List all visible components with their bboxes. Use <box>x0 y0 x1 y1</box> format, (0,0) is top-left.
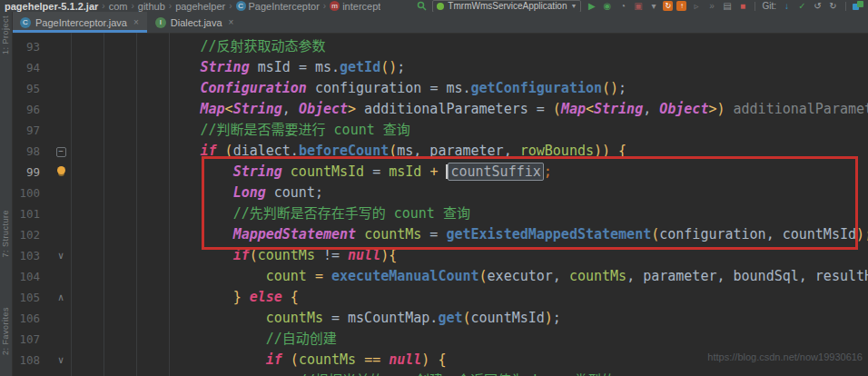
fold-marker-icon[interactable]: − <box>53 141 69 162</box>
code-token: ; <box>864 226 868 242</box>
code-token: = <box>537 101 553 117</box>
coverage-dropdown-icon[interactable]: ▾ <box>647 1 659 12</box>
code-token: countMs <box>266 310 323 326</box>
coverage-icon[interactable]: ▣ <box>632 1 644 12</box>
code-line[interactable]: 104 count = executeManualCount(executor,… <box>12 266 868 287</box>
breadcrumb-item[interactable]: pagehelper <box>175 1 225 12</box>
debug-icon[interactable]: ◉ <box>601 1 613 12</box>
line-number[interactable]: 104 <box>12 266 53 287</box>
close-tab-icon[interactable]: × <box>133 17 139 27</box>
code-token: getId <box>340 59 380 75</box>
breadcrumb-item[interactable]: pagehelper-5.1.2.jar <box>5 1 98 12</box>
git-commit-icon[interactable]: ✓ <box>796 1 808 12</box>
fold-marker-icon[interactable]: ∨ <box>53 245 69 266</box>
fold-marker-icon[interactable]: ∨ <box>53 350 69 371</box>
skip-disabled-icon[interactable]: » <box>705 1 717 12</box>
line-number[interactable]: 95 <box>12 78 53 99</box>
line-number[interactable]: 106 <box>12 308 53 329</box>
line-number[interactable]: 108 <box>12 350 53 371</box>
tab-pageinterceptor-java[interactable]: CPageInterceptor.java× <box>12 12 147 33</box>
breadcrumb-item[interactable]: mintercept <box>330 1 380 12</box>
git-update-icon[interactable]: ↓ <box>781 1 793 12</box>
stop-icon[interactable]: ■ <box>736 1 748 12</box>
intention-lightbulb-icon[interactable] <box>53 162 69 183</box>
run-icon[interactable]: ▶ <box>586 1 597 12</box>
profiler-icon[interactable]: ◔ <box>616 1 628 12</box>
code-token: )) <box>594 143 610 159</box>
code-token: count <box>266 268 307 284</box>
code-line[interactable]: 105∧ } else { <box>12 287 868 308</box>
line-number[interactable]: 102 <box>12 224 53 245</box>
git-revert-icon[interactable]: ↺ <box>812 1 824 12</box>
run-configuration-select[interactable]: TmrmWmsServiceApplication ▼ <box>432 0 581 13</box>
code-line[interactable]: 103∨ if(countMs != null){ <box>12 245 868 266</box>
code-line[interactable]: 93 //反射获取动态参数 <box>12 36 868 57</box>
toolbar-divider <box>755 2 755 11</box>
code-line[interactable]: 100 Long count; <box>12 183 868 203</box>
code-token: configuration, countMsId <box>659 226 856 242</box>
hotswap-restart-icon[interactable]: ↑ <box>676 1 686 11</box>
stripe-favorites-button[interactable]: 2: Favorites <box>1 307 10 355</box>
breadcrumb-item[interactable]: com <box>109 1 128 12</box>
code-line[interactable]: 95 Configuration configuration = ms.getC… <box>12 78 868 99</box>
code-token: , parameter, boundSql, resultHan <box>626 268 868 284</box>
code-token: if <box>201 143 217 159</box>
line-number[interactable]: 98 <box>12 141 53 162</box>
line-number[interactable]: 99 <box>12 162 53 183</box>
line-number[interactable]: 100 <box>12 183 53 203</box>
line-number[interactable]: 107 <box>12 329 53 350</box>
code-token: getExistedMappedStatement <box>446 226 651 242</box>
code-token: ms, parameter, <box>397 143 519 159</box>
line-number[interactable]: 103 <box>12 245 53 266</box>
code-token: { <box>291 289 299 305</box>
code-with-me-icon[interactable] <box>853 1 863 11</box>
line-number[interactable]: 94 <box>12 57 53 78</box>
code-line[interactable]: 102 MappedStatement countMs = getExisted… <box>12 224 868 245</box>
code-line[interactable]: 97 //判断是否需要进行 count 查询 <box>12 120 868 141</box>
git-label: Git: <box>762 1 776 11</box>
code-editor[interactable]: 93 //反射获取动态参数94 String msId = ms.getId()… <box>12 33 868 376</box>
code-token: dialect. <box>233 143 299 159</box>
git-history-icon[interactable]: ↻ <box>827 1 839 12</box>
line-number[interactable]: 105 <box>12 287 53 308</box>
line-number[interactable]: 93 <box>12 36 53 57</box>
code-text: String countMsId = msId + countSuffix; <box>69 163 552 180</box>
line-number[interactable]: 101 <box>12 203 53 224</box>
code-token: < <box>225 101 233 117</box>
code-line[interactable]: 98− if (dialect.beforeCount(ms, paramete… <box>12 141 868 162</box>
close-tab-icon[interactable]: × <box>229 17 234 27</box>
search-icon[interactable] <box>416 1 428 12</box>
breadcrumb-item[interactable]: github <box>138 1 165 12</box>
collapse-icon[interactable]: − <box>56 147 66 157</box>
breadcrumb-item[interactable]: CPageInterceptor <box>236 1 320 12</box>
code-token: Map <box>561 101 586 117</box>
code-token: ; <box>544 163 552 180</box>
stripe-project-button[interactable]: 1: Project <box>1 15 10 54</box>
run-configuration-name: TmrmWmsServiceApplication <box>448 1 567 11</box>
line-number[interactable]: 97 <box>12 120 53 141</box>
hotswap-update-icon[interactable]: ↻ <box>663 1 673 11</box>
code-token: >) <box>708 101 725 117</box>
code-line[interactable]: 96 Map<String, Object> additionalParamet… <box>12 99 868 120</box>
code-line[interactable]: 101 //先判断是否存在手写的 count 查询 <box>12 203 868 224</box>
code-token <box>356 226 364 242</box>
lightbulb-icon[interactable] <box>57 166 65 174</box>
code-token: countMs <box>569 268 626 284</box>
code-token: = <box>429 80 446 96</box>
fold-marker-icon[interactable]: ∧ <box>53 287 69 308</box>
attach-debugger-icon[interactable]: ▤ <box>721 1 733 12</box>
code-line[interactable]: 109 //根据当前的 ms 创建一个返回值为 Long 类型的 ms <box>12 371 868 376</box>
code-line[interactable]: 99 String countMsId = msId + countSuffix… <box>12 162 868 183</box>
tab-label: Dialect.java <box>171 17 222 28</box>
line-number[interactable]: 109 <box>12 371 53 376</box>
step-disabled-icon[interactable]: ▹ <box>690 1 702 12</box>
line-number[interactable]: 96 <box>12 99 53 120</box>
code-line[interactable]: 107 //自动创建 <box>12 329 868 350</box>
breadcrumb-separator: › <box>102 1 104 11</box>
code-line[interactable]: 94 String msId = ms.getId(); <box>12 57 868 78</box>
stripe-structure-button[interactable]: 7: Structure <box>1 210 10 258</box>
code-token: countMsId <box>471 310 545 326</box>
tab-dialect-java[interactable]: IDialect.java× <box>147 12 242 33</box>
code-token <box>610 143 618 159</box>
code-line[interactable]: 106 countMs = msCountMap.get(countMsId); <box>12 308 868 329</box>
